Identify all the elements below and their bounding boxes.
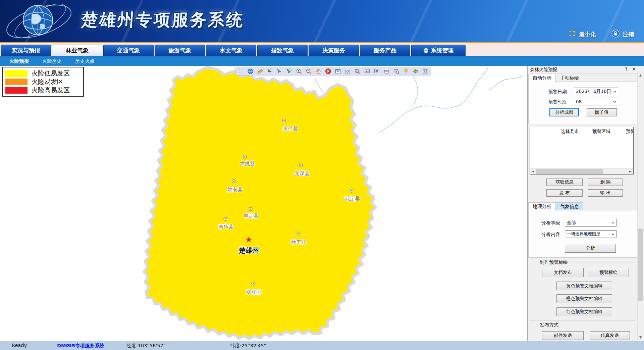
pan-icon[interactable] <box>315 68 322 74</box>
hscroll-thumb[interactable] <box>536 169 603 174</box>
level-combo[interactable]: 全部 <box>565 219 616 227</box>
analyze-button[interactable]: 分析 <box>565 244 616 253</box>
level-label: 分析等级 <box>541 220 560 226</box>
zoom-in-icon[interactable] <box>296 68 302 74</box>
globe-icon[interactable] <box>247 68 254 74</box>
tab-系统管理[interactable]: 系统管理 <box>411 45 466 56</box>
scroll-left-icon[interactable]: ◄ <box>530 170 536 173</box>
select-area-icon[interactable] <box>266 68 273 74</box>
county-label: 姚安县 <box>227 187 243 192</box>
warning-table[interactable]: 选择县市预警区域预警 ◄ ► <box>530 127 634 174</box>
tab-label: 水文气象 <box>220 47 243 54</box>
logout-label: 注销 <box>623 31 634 38</box>
warn-time-combo[interactable]: 08 <box>574 98 618 105</box>
close-panel-icon[interactable]: × <box>631 66 637 72</box>
tab-交通气象[interactable]: 交通气象 <box>103 45 154 56</box>
pin-panel-icon[interactable] <box>624 67 629 72</box>
refresh-icon[interactable] <box>344 68 351 74</box>
forest-fire-panel: 森林火险预报 × 自动分析手动标绘 预警日期 2023年 6月16日 预警时次 … <box>527 66 644 341</box>
chevron-down-icon <box>611 233 614 235</box>
warn-time-label: 预警时次 <box>548 99 567 105</box>
scroll-right-icon[interactable]: ► <box>628 170 633 173</box>
red-doc-button[interactable]: 红色预警文档编辑 <box>556 307 612 316</box>
minimize-button[interactable]: 最小化 <box>569 30 596 39</box>
print-preview-icon[interactable] <box>393 68 399 74</box>
tab-水文气象[interactable]: 水文气象 <box>206 45 256 56</box>
publish-button[interactable]: 发 布 <box>546 189 583 197</box>
orange-doc-button[interactable]: 橙色预警文档编辑 <box>556 294 612 303</box>
delete-button[interactable]: 删 除 <box>588 179 623 186</box>
content-combo[interactable]: 一请选择地理图层- <box>565 230 616 238</box>
status-latitude: 纬度:25°32'45" <box>230 343 266 349</box>
lock-icon <box>611 30 620 39</box>
content-value: 一请选择地理图层- <box>567 231 602 237</box>
legend-item: 火险低易发区 <box>5 69 80 78</box>
legend-swatch <box>5 87 28 94</box>
subtab-历史火点[interactable]: 历史火点 <box>75 58 95 64</box>
warn-date-label: 预警日期 <box>548 89 567 95</box>
tab-林业气象[interactable]: 林业气象 <box>52 45 102 56</box>
county-label: 牟定县 <box>244 213 259 218</box>
get-info-button[interactable]: 获取信息 <box>546 179 583 186</box>
warn-date-combo[interactable]: 2023年 6月16日 <box>574 88 618 95</box>
county-label: 元谋县 <box>294 171 310 176</box>
app-title: 楚雄州专项服务系统 <box>80 9 245 31</box>
minimize-icon <box>569 30 576 39</box>
export-button[interactable]: 输 出 <box>588 189 623 197</box>
email-send-button[interactable]: 邮件发送 <box>542 331 584 340</box>
select-icon[interactable] <box>276 68 283 74</box>
legend-label: 火险高易发区 <box>32 86 70 95</box>
tab-旅游气象[interactable]: 旅游气象 <box>155 45 205 56</box>
panel-scrollbar[interactable]: ▲ ▼ <box>637 72 643 340</box>
tab-决策服务[interactable]: 决策服务 <box>309 45 359 56</box>
measure-icon[interactable] <box>257 68 263 74</box>
table-column-select[interactable] <box>530 127 554 136</box>
identify-icon[interactable]: ? <box>354 68 361 74</box>
extent-icon[interactable] <box>334 68 341 74</box>
panel-tab-自动分析[interactable]: 自动分析 <box>528 74 556 83</box>
status-ready: Ready <box>12 343 27 348</box>
subtab-火险预报[interactable]: 火险预报 <box>9 58 29 64</box>
analysis-tab-地理分析[interactable]: 地理分析 <box>528 202 556 211</box>
county-label: 双柏县 <box>246 289 262 295</box>
map-canvas[interactable]: 永仁县大姚县元谋县姚安县武定县牟定县南华县禄丰县双柏县★楚雄州 火险低易发区火险… <box>0 66 527 341</box>
back-icon[interactable] <box>412 68 419 74</box>
warn-time-value: 08 <box>576 99 582 104</box>
print-icon[interactable] <box>383 68 390 74</box>
table-hscrollbar[interactable]: ◄ ► <box>530 168 633 174</box>
tab-服务产品[interactable]: 服务产品 <box>360 45 410 56</box>
scroll-down-icon[interactable]: ▼ <box>638 335 643 340</box>
table-column-选择县市[interactable]: 选择县市 <box>554 127 586 136</box>
tab-label: 决策服务 <box>322 47 345 54</box>
tab-指数气象[interactable]: 指数气象 <box>257 45 308 56</box>
chevron-down-icon <box>611 222 614 224</box>
capital-label: 楚雄州 <box>238 246 259 254</box>
image-icon[interactable] <box>364 68 370 74</box>
stop-icon[interactable] <box>325 68 331 74</box>
map-icon[interactable] <box>422 68 429 74</box>
panel-title: 森林火险预报 <box>530 67 557 73</box>
analyze-map-button[interactable]: 分析成图 <box>549 108 579 116</box>
table-column-预警区域[interactable]: 预警区域 <box>586 127 617 136</box>
doc-publish-button[interactable]: 文档发布 <box>542 268 584 277</box>
county-label: 永仁县 <box>283 126 298 131</box>
select-circle-icon[interactable] <box>286 68 292 74</box>
subtab-火险历史[interactable]: 火险历史 <box>42 58 62 64</box>
legend-item: 火险高易发区 <box>5 86 80 94</box>
scroll-up-icon[interactable]: ▲ <box>638 72 643 78</box>
fax-send-button[interactable]: 传真发送 <box>590 331 630 340</box>
pin-icon[interactable] <box>402 68 409 74</box>
table-column-预警[interactable]: 预警 <box>617 127 634 136</box>
county-label: 武定县 <box>345 196 360 201</box>
logout-button[interactable]: 注销 <box>611 30 634 39</box>
zoom-out-icon[interactable] <box>305 68 312 74</box>
warn-plot-button[interactable]: 预警标绘 <box>588 268 629 277</box>
image-globe-icon[interactable] <box>373 68 380 74</box>
tab-实况与预报[interactable]: 实况与预报 <box>1 45 51 56</box>
county-label: 禄丰县 <box>291 239 306 245</box>
yellow-doc-button[interactable]: 黄色预警文档编辑 <box>556 282 612 290</box>
tab-label: 指数气象 <box>271 47 294 54</box>
factor-value-button[interactable]: 因子值 <box>587 108 617 116</box>
status-system-link[interactable]: DMGIS专项服务系统 <box>57 343 104 349</box>
vscroll-thumb[interactable] <box>638 229 643 301</box>
